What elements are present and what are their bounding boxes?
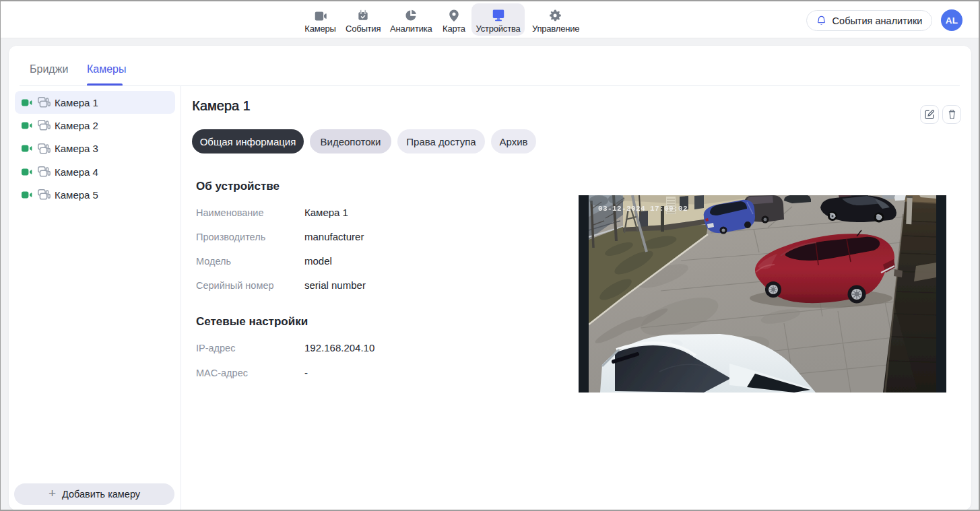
svg-text:03-12-2024 17:09:02: 03-12-2024 17:09:02 [598, 205, 688, 213]
